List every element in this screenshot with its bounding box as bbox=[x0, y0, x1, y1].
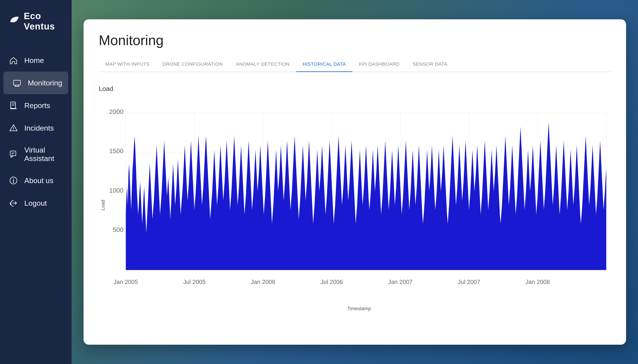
svg-text:Jul 2006: Jul 2006 bbox=[321, 278, 343, 285]
sidebar: Eco Ventus Home Monitoring bbox=[0, 0, 72, 364]
y-axis-label: Load bbox=[99, 99, 108, 312]
main-card: Monitoring MAP WITH INPUTS DRONE CONFIGU… bbox=[84, 19, 626, 345]
svg-text:Jan 2008: Jan 2008 bbox=[525, 278, 550, 285]
sidebar-label-logout: Logout bbox=[24, 199, 47, 208]
tab-anomaly-detection[interactable]: ANOMALY DETECTION bbox=[229, 57, 296, 72]
svg-text:Jan 2007: Jan 2007 bbox=[388, 278, 412, 285]
sidebar-item-virtual-assistant[interactable]: Virtual Assistant bbox=[0, 139, 72, 169]
sidebar-label-about-us: About us bbox=[24, 176, 53, 185]
sidebar-label-reports: Reports bbox=[24, 101, 50, 110]
svg-rect-9 bbox=[10, 151, 16, 156]
chart-inner: Load 2000 1500 1000 bbox=[99, 99, 611, 312]
home-icon bbox=[9, 56, 18, 65]
svg-text:2000: 2000 bbox=[109, 108, 124, 115]
page-title: Monitoring bbox=[99, 32, 611, 48]
svg-text:Jul 2007: Jul 2007 bbox=[458, 278, 480, 285]
svg-text:Jan 2006: Jan 2006 bbox=[251, 278, 275, 285]
chart-title: Load bbox=[99, 85, 611, 92]
sidebar-item-about-us[interactable]: About us bbox=[0, 169, 72, 192]
chart-svg: 2000 1500 1000 500 Jan 2005 Jul 2005 Jan… bbox=[108, 99, 611, 302]
svg-text:1000: 1000 bbox=[109, 187, 124, 194]
logo-icon bbox=[9, 16, 20, 27]
tab-drone-configuration[interactable]: DRONE CONFIGURATION bbox=[156, 57, 229, 72]
sidebar-item-incidents[interactable]: Incidents bbox=[0, 117, 72, 139]
tab-sensor-data[interactable]: SENSOR DATA bbox=[406, 57, 454, 72]
tabs-bar: MAP WITH INPUTS DRONE CONFIGURATION ANOM… bbox=[99, 57, 611, 72]
sidebar-label-virtual-assistant: Virtual Assistant bbox=[24, 146, 63, 163]
svg-point-1 bbox=[15, 19, 15, 19]
monitoring-icon bbox=[12, 78, 22, 88]
sidebar-item-reports[interactable]: Reports bbox=[0, 94, 72, 117]
sidebar-label-monitoring: Monitoring bbox=[28, 79, 62, 87]
svg-point-8 bbox=[13, 130, 14, 130]
svg-text:Jul 2005: Jul 2005 bbox=[183, 278, 206, 285]
svg-rect-2 bbox=[14, 80, 21, 85]
logo-area: Eco Ventus bbox=[0, 0, 72, 45]
svg-text:1500: 1500 bbox=[109, 147, 124, 154]
tab-kpi-dashboard[interactable]: KPI DASHBOARD bbox=[352, 57, 406, 72]
main-content: Monitoring MAP WITH INPUTS DRONE CONFIGU… bbox=[72, 0, 638, 364]
tab-map-with-inputs[interactable]: MAP WITH INPUTS bbox=[99, 57, 156, 72]
incidents-icon bbox=[9, 123, 18, 133]
sidebar-label-incidents: Incidents bbox=[24, 124, 54, 132]
chart-container: Load Load 2000 150 bbox=[99, 85, 611, 324]
nav-menu: Home Monitoring bbox=[0, 45, 72, 364]
svg-point-14 bbox=[13, 178, 14, 179]
assistant-icon bbox=[9, 150, 18, 159]
sidebar-item-monitoring[interactable]: Monitoring bbox=[4, 72, 68, 94]
svg-text:Jan 2005: Jan 2005 bbox=[114, 278, 138, 285]
tab-historical-data[interactable]: HISTORICAL DATA bbox=[296, 57, 352, 72]
x-axis-label: Timestamp bbox=[108, 302, 611, 312]
svg-text:500: 500 bbox=[113, 226, 124, 233]
sidebar-item-logout[interactable]: Logout bbox=[0, 192, 72, 214]
logout-icon bbox=[9, 198, 18, 208]
logo-text: Eco Ventus bbox=[24, 11, 63, 32]
chart-plot-area: 2000 1500 1000 500 Jan 2005 Jul 2005 Jan… bbox=[108, 99, 611, 312]
sidebar-item-home[interactable]: Home bbox=[0, 49, 72, 72]
reports-icon bbox=[9, 101, 18, 110]
chart-svg-area: 2000 1500 1000 500 Jan 2005 Jul 2005 Jan… bbox=[108, 99, 611, 302]
sidebar-label-home: Home bbox=[24, 56, 44, 65]
info-icon bbox=[9, 176, 18, 185]
